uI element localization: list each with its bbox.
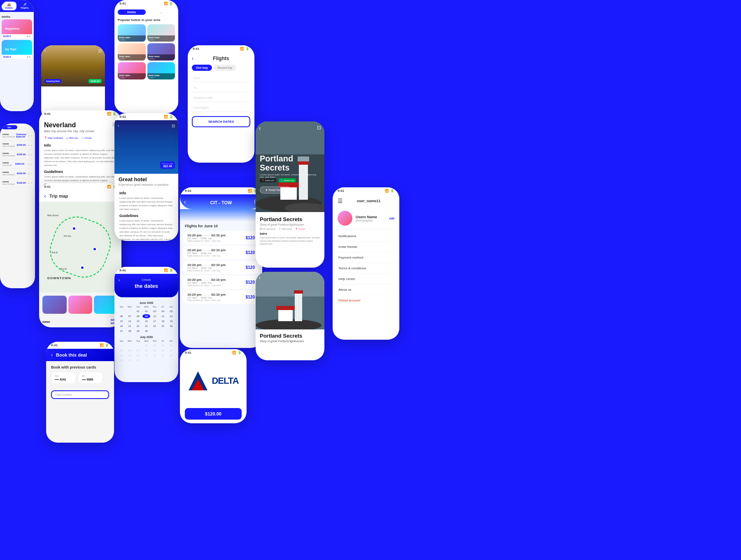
check-label: Check — [119, 278, 174, 282]
views-count: 👁 5232 views — [279, 228, 292, 230]
flight-row-2[interactable]: 10:20 pm - - - - - 02:10 pm CIT, Mon TOW… — [183, 246, 259, 259]
hotels-status-bar: 9:41 📶🔋 — [114, 0, 178, 7]
one-way-tab[interactable]: One way — [192, 65, 212, 71]
hotel-card-1[interactable]: Hotel name Location — [118, 24, 146, 42]
card-number-input[interactable]: Card number — [51, 390, 109, 399]
departure-field[interactable]: Departure date — [192, 94, 250, 102]
tag-weather: ☁️ Cloudy — [81, 136, 92, 139]
hamburger-icon[interactable]: ☰ — [338, 198, 343, 204]
flight-row-5[interactable]: 10:20 pm - - - - - 02:10 pm CIT, Mon TOW… — [183, 290, 259, 304]
search-dates-btn[interactable]: SEARCH DATES — [192, 116, 250, 127]
calendar-header: ‹ Check the dates — [114, 274, 178, 297]
menu-notifications[interactable]: Notifications — [333, 231, 399, 242]
portland-photo-back-btn[interactable]: ‹ — [259, 125, 261, 131]
great-hotel-back-btn[interactable]: ‹ — [118, 124, 119, 128]
week-card-icons-1: ⊕ ✦ — [27, 35, 30, 37]
read-more-btn[interactable]: ▼ Read Now ▼ — [260, 187, 291, 194]
hotel-card-footer-3: Hotel name Location — [118, 54, 146, 61]
svg-rect-16 — [294, 290, 303, 294]
comments-count: 💬 22 comments — [260, 228, 275, 230]
book-card-2[interactable]: MC •••• 8888 — [78, 372, 103, 384]
book-card-1[interactable]: Visa •••• 4242 — [51, 372, 76, 384]
profile-menu: Notifications Invite friends Payment met… — [333, 229, 399, 307]
flights-back-btn[interactable]: ‹ — [192, 56, 193, 61]
popular-badge: 📍 Popular — [295, 228, 305, 230]
to-field[interactable]: To — [192, 84, 250, 92]
delta-price-btn[interactable]: $120.00 — [185, 408, 242, 420]
istanbul-back-btn[interactable]: ‹ — [44, 49, 46, 53]
passengers-field[interactable]: Passengers — [192, 104, 250, 112]
istanbul-image: ‹ ⊡ Amazing Deal $120.00 — [41, 45, 105, 86]
tag-bike: 🚲 Bike trip — [65, 136, 78, 139]
dest-tab-tips[interactable]: tips — [2, 125, 17, 129]
portland2-lighthouse-svg — [256, 272, 324, 329]
phone-delta: 9:41 📶🔋 DELTA $120.00 — [180, 349, 247, 423]
portland-tag-1: 📍 Lorem zzz — [260, 178, 276, 182]
hotel-card-footer-2: Hotel name Location — [147, 35, 175, 42]
flight-row-1[interactable]: 10:20 pm - - - - - 02:10 pm CIT, Mon TOW… — [183, 231, 259, 245]
dest-tab-more[interactable]: ... — [18, 125, 34, 129]
dest-item-2[interactable]: name New Portland $200.00 ⊕ ✦ — [0, 140, 35, 150]
weeks-label: weeks — [2, 15, 32, 18]
map-back-btn[interactable]: ‹ — [44, 193, 46, 199]
portland2-image: ‹ — [256, 272, 324, 329]
map-route — [43, 210, 117, 284]
portland-photo-expand-btn[interactable]: ⊡ — [317, 125, 321, 131]
nav-hotels[interactable]: 🏨 Hotels — [2, 2, 16, 10]
flights-search-header: ‹ Flights — [188, 52, 254, 65]
portland2-back-btn[interactable]: ‹ — [259, 275, 261, 281]
book-deal-back-btn[interactable]: ‹ — [51, 352, 53, 358]
week-card-1[interactable]: Happiness $120.0 ⊕ ✦ — [2, 19, 32, 38]
book-options: Book with previous cards Visa •••• 4242 … — [46, 361, 114, 388]
menu-help[interactable]: Help center — [333, 274, 399, 285]
dates-label: the dates — [119, 283, 174, 289]
hotel-card-2[interactable]: Hotel name Location — [147, 24, 175, 42]
map-pin-2 — [93, 247, 97, 251]
week-card-2[interactable]: Icy Tops $100.0 ⊕ ✦ — [2, 40, 32, 59]
hotel-card-6[interactable]: Hotel name Location — [147, 62, 175, 79]
flight-type-tabs: One way Round trip — [188, 65, 254, 71]
book-deal-title: Book this deal — [56, 352, 87, 357]
istanbul-expand-btn[interactable]: ⊡ — [98, 49, 102, 53]
dest-item-6[interactable]: name New Portland $100.00 ⊕ ✦ — [0, 178, 35, 188]
great-hotel-expand-btn[interactable]: ⊡ — [172, 124, 175, 128]
edit-profile-btn[interactable]: edit — [389, 217, 394, 220]
cit-back-btn[interactable]: ‹ — [184, 198, 186, 205]
dest-item-3[interactable]: name New Portland $100.00 ⊕ ✦ — [0, 150, 35, 159]
dest-item-1[interactable]: name New Portland Gateway $220.00 ⊕ ✦ — [0, 131, 35, 140]
week-card-price-2: $100.0 — [3, 56, 11, 58]
calendar-back-btn[interactable]: ‹ — [119, 278, 120, 282]
dest-item-4[interactable]: name new place $200.00 ⊕ ✦ — [0, 159, 35, 169]
nav-flights[interactable]: ✈️ Flights — [17, 2, 32, 10]
round-trip-tab[interactable]: Round trip — [214, 65, 236, 71]
menu-about[interactable]: About us — [333, 285, 399, 295]
phone-portland-photo: ‹ ⊡ Portland Secrets Lorem ipsum dolor s… — [256, 121, 324, 268]
phone-user-profile: 9:41 📶🔋 ☰ user_name11 Users Name photogr… — [333, 187, 399, 340]
menu-delete[interactable]: Delete account — [333, 295, 399, 306]
portland2-title: Portland Secrets — [256, 329, 324, 340]
menu-invite[interactable]: Invite friends — [333, 242, 399, 252]
from-field[interactable]: From — [192, 74, 250, 82]
tab-hotels[interactable]: Hotels — [118, 9, 146, 15]
footer-name: name — [42, 320, 50, 323]
hotel-card-5[interactable]: Hotel name Location — [118, 62, 146, 79]
book-prev-cards-label: Book with previous cards — [51, 365, 109, 369]
portland-photo-img: ‹ ⊡ Portland Secrets Lorem ipsum dolor s… — [256, 121, 324, 212]
hotel-card-4[interactable]: Hotel name Location — [147, 43, 175, 61]
dest-item-5[interactable]: name New Portland $220.00 ⊕ ✦ — [0, 169, 35, 178]
great-hotel-info-text: Lorem ipsum dolor sit amet, consectetur … — [114, 196, 178, 211]
price-badge: $120.00 — [89, 79, 102, 83]
hotel-card-3[interactable]: Hotel name Location — [118, 43, 146, 61]
menu-terms[interactable]: Terms & conditions — [333, 263, 399, 274]
photo-2 — [68, 296, 93, 314]
menu-payment[interactable]: Payment method — [333, 252, 399, 263]
great-hotel-status-bar: 9:41 📶🔋 — [114, 113, 178, 120]
flight-row-3[interactable]: 10:20 pm - - - - - 02:10 pm CIT, Mon TOW… — [183, 261, 259, 274]
phone-flights-search: 9:41 📶🔋 ‹ Flights One way Round trip Fro… — [188, 45, 254, 163]
portland2-subtitle: Story of great Portland lighthouses — [256, 340, 324, 344]
photo-strip — [39, 292, 121, 317]
tag-map: 📍 Map available — [44, 136, 63, 139]
hotel-card-footer-4: Hotel name Location — [147, 54, 175, 61]
flight-row-4[interactable]: 10:20 pm - - - - - 02:10 pm CIT, Mon TOW… — [183, 275, 259, 289]
tab-more[interactable]: ... — [147, 9, 175, 15]
